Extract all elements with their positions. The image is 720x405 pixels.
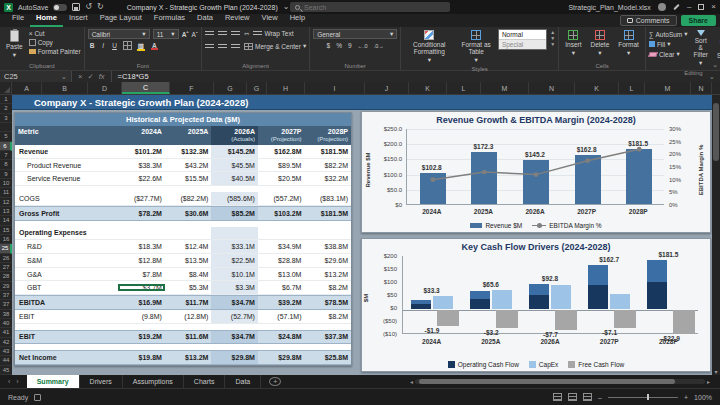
row-header-42[interactable]: 42 <box>0 338 12 347</box>
table-cell[interactable]: $29.6M <box>304 257 351 264</box>
sheet-tab-charts[interactable]: Charts <box>184 375 226 388</box>
page-break-view-icon[interactable] <box>583 393 592 401</box>
normal-view-icon[interactable] <box>553 393 562 401</box>
column-header-G-5[interactable]: G <box>214 82 247 94</box>
legend-item[interactable]: EBITDA Margin % <box>532 222 601 229</box>
table-cell[interactable]: $12.8M <box>118 257 165 264</box>
increase-font-icon[interactable]: Aˆ <box>182 31 189 38</box>
table-cell[interactable]: $19.2M <box>118 333 165 340</box>
table-cell[interactable]: $45.5M <box>211 159 258 172</box>
column-header-N-13[interactable]: N <box>529 82 575 94</box>
table-cell[interactable]: (557.2M) <box>258 195 305 202</box>
comma-format-button[interactable]: 9 <box>348 42 352 49</box>
clear-button[interactable]: Clear▾ <box>649 49 688 59</box>
font-name-select[interactable]: Calibri▾ <box>88 29 150 39</box>
row-header-14[interactable]: 14 <box>0 216 12 225</box>
name-box[interactable]: C25⌄ <box>0 71 72 82</box>
vertical-scrollbar[interactable]: ▾ <box>712 95 720 375</box>
tab-scroll-left-icon[interactable]: ‹ <box>8 378 10 385</box>
column-header-M-16[interactable]: M <box>645 82 691 94</box>
search-box[interactable] <box>290 2 450 12</box>
row-header-43[interactable]: 43 <box>0 347 12 356</box>
table-cell[interactable]: $34.7M <box>211 331 258 344</box>
document-title[interactable]: Company X - Strategic Growth Plan (2024-… <box>127 4 278 11</box>
row-header-6[interactable]: 6 <box>0 142 12 151</box>
table-cell[interactable]: $78.5M <box>304 299 351 306</box>
tab-scroll-right-icon[interactable]: › <box>16 378 18 385</box>
row-header-1[interactable]: 1 <box>0 95 12 104</box>
row-header-38[interactable]: 38 <box>0 310 12 319</box>
row-header-10[interactable]: 10 <box>0 179 12 188</box>
table-cell[interactable]: (52.7M) <box>211 310 258 323</box>
table-cell[interactable]: $22.6M <box>118 175 165 182</box>
horizontal-scroll-thumb[interactable] <box>419 379 675 384</box>
revenue-ebitda-chart[interactable]: Revenue Growth & EBITDA Margin (2024-202… <box>361 111 711 233</box>
column-header-L-11[interactable]: L <box>447 82 481 94</box>
fill-color-button[interactable]: ▧ <box>136 42 146 50</box>
save-icon[interactable] <box>72 3 80 11</box>
row-header-37[interactable]: 37 <box>0 291 12 300</box>
merge-center-button[interactable]: Merge & Center▾ <box>244 41 306 51</box>
minimize-button[interactable]: – <box>687 3 691 11</box>
column-header-N-17[interactable]: N <box>691 82 712 94</box>
free-cash-flow-bar[interactable] <box>614 310 636 328</box>
legend-item[interactable]: CapEx <box>529 361 559 368</box>
zoom-slider-knob[interactable] <box>647 394 650 400</box>
table-cell[interactable]: $13.0M <box>258 271 305 278</box>
table-cell[interactable]: $11.7M <box>165 299 212 306</box>
table-cell[interactable]: (9.8M) <box>118 313 165 320</box>
legend-item[interactable]: Free Cash Flow <box>568 361 624 368</box>
page-layout-view-icon[interactable] <box>568 393 577 401</box>
copy-button[interactable]: Copy <box>29 38 81 47</box>
table-cell[interactable]: $33.1M <box>211 240 258 253</box>
borders-icon[interactable] <box>123 41 132 50</box>
table-cell[interactable]: $3.3M <box>211 281 258 294</box>
hscroll-right-icon[interactable]: ▸ <box>707 378 710 385</box>
horizontal-scrollbar[interactable]: ◂ ▸ <box>410 378 710 385</box>
underline-button[interactable]: U <box>110 42 119 49</box>
table-cell[interactable]: $8.2M <box>304 284 351 291</box>
column-header-H-7[interactable]: H <box>267 82 305 94</box>
format-painter-button[interactable]: Format Painter <box>29 47 81 56</box>
menu-tab-formulas[interactable]: Formulas <box>148 11 191 27</box>
font-color-button[interactable]: A <box>150 42 159 49</box>
menu-tab-view[interactable]: View <box>256 11 284 27</box>
table-cell[interactable]: $20.5M <box>258 175 305 182</box>
accessibility-icon[interactable] <box>34 394 41 401</box>
cell-style-normal[interactable]: Normal <box>499 30 546 40</box>
table-cell[interactable]: $12.4M <box>165 243 212 250</box>
table-cell[interactable]: $13.2M <box>165 354 212 361</box>
column-header-F-4[interactable]: F <box>170 82 214 94</box>
table-cell[interactable]: ($82.2M) <box>165 195 212 202</box>
row-header-25[interactable]: 25 <box>0 244 12 253</box>
undo-icon[interactable]: ↺ <box>85 3 92 11</box>
row-header-37[interactable]: 37 <box>0 300 12 309</box>
wrap-text-button[interactable]: Wrap Text <box>253 29 293 38</box>
table-cell[interactable]: $103.2M <box>258 210 305 217</box>
capex-bar[interactable] <box>492 290 512 309</box>
sheet-tab-data[interactable]: Data <box>225 375 261 388</box>
row-header-12[interactable]: 12 <box>0 198 12 207</box>
zoom-out-icon[interactable]: – <box>598 394 602 401</box>
column-header-I-8[interactable]: I <box>305 82 365 94</box>
capex-bar[interactable] <box>610 294 630 309</box>
row-header-2[interactable]: 2 <box>0 104 12 113</box>
delete-cells-button[interactable]: Delete▾ <box>587 29 612 58</box>
table-cell[interactable]: $32.2M <box>304 175 351 182</box>
insert-function-icon[interactable]: fx <box>99 72 105 81</box>
zoom-in-icon[interactable]: + <box>684 394 688 401</box>
table-cell[interactable]: $30.6M <box>165 210 212 217</box>
row-header-26[interactable]: 26 <box>0 254 12 263</box>
column-header-B-1[interactable]: B <box>42 82 88 94</box>
zoom-level[interactable]: 100% <box>694 394 712 401</box>
increase-decimal-icon[interactable]: ←.0 <box>358 43 368 49</box>
font-size-select[interactable]: 11▾ <box>153 29 179 39</box>
table-cell[interactable]: $7.8M <box>118 271 165 278</box>
zoom-slider[interactable] <box>608 397 678 398</box>
formula-input[interactable]: =C18*G5 <box>112 72 155 81</box>
table-cell[interactable]: $34.9M <box>258 243 305 250</box>
fill-button[interactable]: Fill▾ <box>649 39 688 49</box>
menu-tab-page-layout[interactable]: Page Layout <box>94 11 148 27</box>
cell-styles-gallery[interactable]: Normal Special <box>498 29 547 50</box>
table-cell[interactable]: $85.2M <box>211 207 258 220</box>
